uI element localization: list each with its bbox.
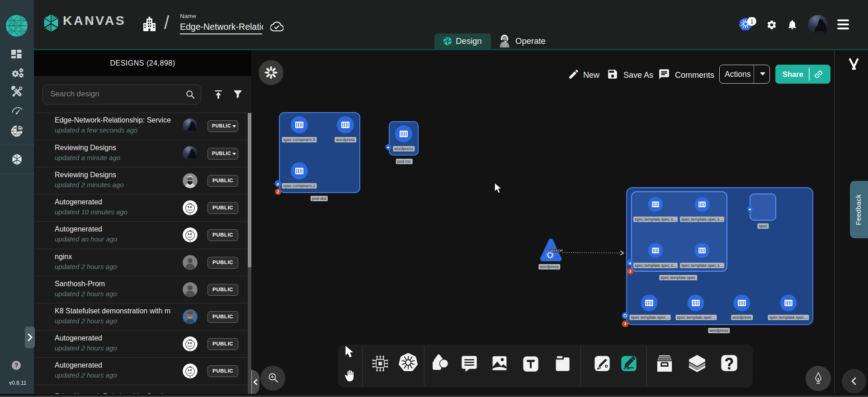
svg-text:80/TCP: 80/TCP xyxy=(550,249,562,253)
svg-text:1: 1 xyxy=(750,18,753,25)
